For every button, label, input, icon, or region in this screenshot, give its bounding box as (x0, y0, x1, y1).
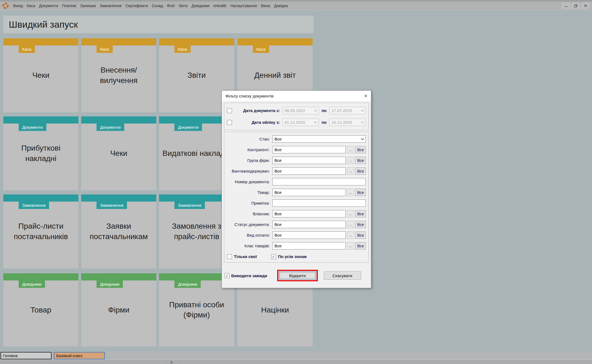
document-status-all-button[interactable]: Все (355, 221, 366, 228)
tile-category-tag: Документи (174, 124, 202, 131)
minimize-icon (564, 6, 568, 7)
cancel-button[interactable]: Скасувати (324, 271, 361, 280)
menu-item-filii[interactable]: Філії (165, 2, 177, 10)
document-date-checkbox[interactable] (227, 108, 232, 113)
document-date-from-picker[interactable]: 08.05.2022 (282, 107, 319, 114)
accounting-date-to-picker[interactable]: 16.12.2020 (329, 119, 366, 126)
firm-group-label: Група фірм: (227, 158, 272, 163)
goods-browse-button[interactable]: ... (347, 189, 354, 196)
consignee-all-button[interactable]: Все (355, 167, 366, 175)
owner-input[interactable] (272, 210, 346, 217)
restore-button[interactable] (571, 2, 580, 9)
always-show-checkbox[interactable]: ✓ (225, 273, 230, 278)
menu-item-dovidka[interactable]: Довідка (272, 2, 290, 10)
goods-class-browse-button[interactable]: ... (347, 242, 354, 250)
all-zones-checkbox[interactable]: ✓ (271, 254, 276, 259)
menu-item-platezhi[interactable]: Платежі (60, 2, 78, 10)
status-tab-holovna[interactable]: Головна (1, 352, 52, 359)
owner-row: Власник: ... Все (227, 210, 366, 217)
tile-kasa-vnesennia[interactable]: Каса Внесення/вилучення (81, 38, 156, 112)
minimize-button[interactable] (562, 2, 570, 9)
document-status-input[interactable] (272, 221, 346, 228)
menu-item-nalashtuvannia[interactable]: Налаштування (228, 2, 259, 10)
document-date-to-picker[interactable]: 17.07.2025 (329, 107, 366, 114)
payment-type-label: Вид оплати: (227, 233, 272, 237)
note-input[interactable] (272, 199, 366, 207)
counterparty-browse-button[interactable]: ... (347, 146, 354, 153)
tile-label: Чеки (83, 148, 154, 159)
tile-category-bar (81, 194, 156, 202)
accounting-date-checkbox[interactable] (227, 120, 232, 125)
open-button[interactable]: Відкрити (279, 271, 316, 280)
separator (166, 361, 167, 363)
chevron-down-icon (361, 120, 364, 123)
counterparty-input[interactable] (272, 146, 346, 153)
goods-class-all-button[interactable]: Все (355, 242, 366, 250)
only-own-checkbox[interactable] (227, 254, 232, 259)
status-tab-bazovyi-klass[interactable]: Базовый класс (54, 352, 105, 359)
consignee-input[interactable] (272, 167, 346, 175)
owner-all-button[interactable]: Все (355, 210, 366, 217)
counterparty-all-button[interactable]: Все (355, 146, 366, 153)
tile-label: Товар (5, 305, 76, 315)
consignee-row: Вантажоодержувач: ... Все (227, 167, 366, 175)
payment-type-input[interactable] (272, 231, 346, 239)
menu-item-ehealth[interactable]: eHealth (211, 2, 228, 10)
always-show-label: Виводити завжди (231, 273, 267, 278)
goods-class-input[interactable] (272, 242, 346, 250)
app-logo-icon[interactable] (2, 2, 9, 9)
document-number-row: Номер документа: (227, 178, 366, 185)
menu-item-sertyfikaty[interactable]: Сертифікати (123, 2, 150, 10)
dialog-title-bar: Фільтр списку документів × (222, 91, 371, 101)
document-date-label: Дата документа з: (232, 108, 282, 113)
tile-category-bar (81, 273, 156, 280)
owner-browse-button[interactable]: ... (347, 210, 354, 217)
accounting-date-from-picker[interactable]: 01.12.2020 (282, 119, 319, 126)
tile-category-tag: Довідники (97, 280, 123, 288)
menu-item-zamovlennia[interactable]: Замовлення (98, 2, 124, 10)
goods-all-button[interactable]: Все (355, 189, 366, 196)
menu-item-vikna[interactable]: Вікна (259, 2, 272, 10)
menu-item-zalyshky[interactable]: Залишки (78, 2, 98, 10)
dialog-close-button[interactable]: × (364, 93, 367, 99)
tile-dok-prybutkovi[interactable]: Документи Прибуткові накладні (3, 116, 78, 190)
tile-category-tag: Документи (97, 124, 124, 131)
tile-zam-zaiavky[interactable]: Замовлення Заявки постачальникам (81, 194, 156, 268)
tile-category-bar (159, 38, 234, 45)
tile-dov-firmy[interactable]: Довідники Фірми (81, 273, 156, 346)
menu-item-sklad[interactable]: Склад (150, 2, 165, 10)
payment-type-browse-button[interactable]: ... (347, 231, 354, 239)
tile-zam-prais-lysty[interactable]: Замовлення Прайс-листи постачальників (3, 194, 78, 268)
state-select[interactable]: Все (272, 135, 366, 143)
state-value: Все (274, 137, 282, 141)
firm-group-row: Група фірм: ... Все (227, 157, 366, 164)
tile-category-tag: Замовлення (19, 202, 49, 209)
firm-group-browse-button[interactable]: ... (347, 157, 354, 164)
firm-group-input[interactable] (272, 157, 346, 164)
all-zones-label: По усім зонам (278, 254, 307, 259)
menu-bar: Вихід Каса Документи Платежі Залишки Зам… (0, 2, 592, 10)
document-number-input[interactable] (272, 178, 366, 185)
menu-item-kasa[interactable]: Каса (25, 2, 37, 10)
close-button[interactable]: × (581, 2, 590, 9)
document-status-browse-button[interactable]: ... (347, 221, 354, 228)
menu-item-vykhid[interactable]: Вихід (11, 2, 25, 10)
menu-item-zvity[interactable]: Звіти (177, 2, 189, 10)
chevron-down-icon (361, 137, 364, 140)
quick-launch-title: Швидкий запуск (9, 19, 78, 30)
consignee-browse-button[interactable]: ... (347, 167, 354, 175)
tile-dok-cheky[interactable]: Документи Чеки (81, 116, 156, 190)
tile-category-bar (3, 38, 78, 45)
firm-group-all-button[interactable]: Все (355, 157, 366, 164)
to-label: по (322, 120, 327, 125)
tile-kasa-cheky[interactable]: Каса Чеки (3, 38, 78, 112)
chevron-down-icon (361, 108, 364, 111)
menu-item-dokumenty[interactable]: Документи (37, 2, 60, 10)
menu-item-dovidnyky[interactable]: Довідники (190, 2, 212, 10)
tile-label: Денний звіт (240, 70, 310, 81)
payment-type-all-button[interactable]: Все (355, 231, 366, 239)
status-bar: Головна Базовый класс (0, 351, 592, 360)
tile-dov-tovar[interactable]: Довідники Товар (3, 273, 78, 346)
goods-input[interactable] (272, 189, 346, 196)
chevron-down-icon (314, 108, 317, 111)
